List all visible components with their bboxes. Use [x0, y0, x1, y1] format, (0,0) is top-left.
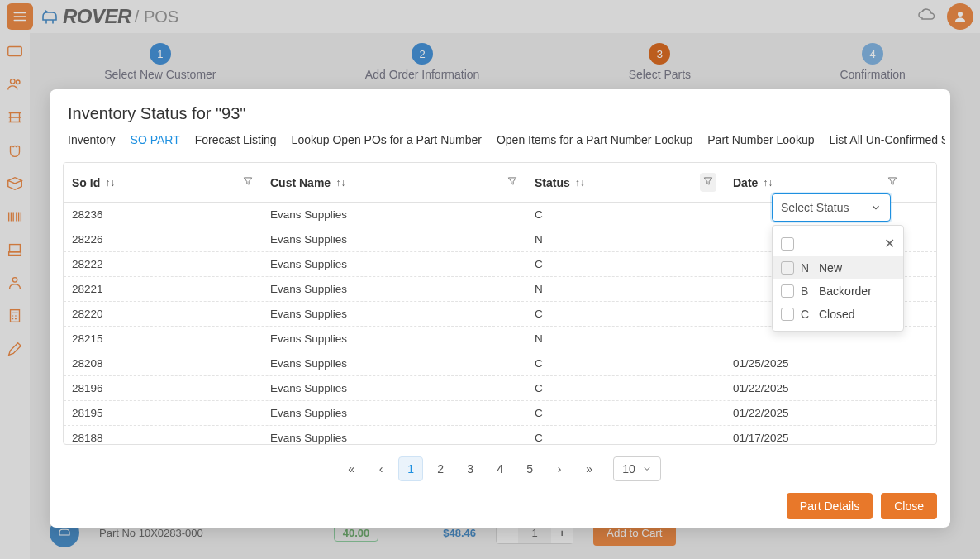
page-last-icon[interactable]: » [577, 456, 602, 481]
cell-cust: Evans Supplies [262, 227, 526, 251]
table-row[interactable]: 28208Evans SuppliesC01/25/2025 [64, 351, 936, 376]
cell-soid: 28196 [64, 376, 262, 400]
step-label: Select Parts [629, 68, 691, 81]
cloud-sync-icon[interactable] [917, 5, 937, 28]
tab-open-items-for-a-part-number-lookup[interactable]: Open Items for a Part Number Lookup [497, 133, 692, 155]
cell-cust: Evans Supplies [262, 351, 526, 375]
page-number[interactable]: 4 [488, 456, 512, 481]
page-number[interactable]: 1 [398, 456, 423, 481]
svg-rect-4 [10, 245, 21, 252]
topbar: ROVER / POS [0, 0, 980, 33]
part-details-button[interactable]: Part Details [787, 493, 873, 519]
status-label: Closed [819, 308, 855, 321]
step-number: 2 [412, 43, 433, 64]
status-option-c[interactable]: CClosed [773, 303, 903, 326]
page-prev-icon[interactable]: ‹ [369, 456, 393, 481]
table-row[interactable]: 28195Evans SuppliesC01/22/2025 [64, 401, 936, 426]
status-select-input[interactable]: Select Status [772, 194, 891, 222]
close-icon[interactable]: ✕ [884, 236, 895, 251]
pagination: « ‹ 12345 › » 10 [55, 445, 945, 488]
cell-status: C [526, 302, 725, 326]
status-code: N [801, 261, 812, 275]
sidebar-item-barcode-icon[interactable] [3, 205, 26, 228]
tab-list-all-un-confirmed-s[interactable]: List All Un-Confirmed S [829, 133, 945, 155]
sidebar-item-worker-icon[interactable] [3, 271, 26, 294]
checkbox-icon[interactable] [781, 261, 794, 275]
column-header-custname[interactable]: Cust Name ↑↓ [262, 163, 526, 202]
page-number[interactable]: 2 [428, 456, 453, 481]
cell-soid: 28208 [64, 351, 262, 375]
cell-status: C [526, 376, 725, 400]
checkbox-icon[interactable] [781, 284, 794, 298]
filter-icon[interactable] [507, 175, 518, 189]
cell-status: C [526, 351, 725, 375]
cell-status: C [526, 203, 725, 227]
svg-rect-5 [9, 252, 21, 256]
user-avatar[interactable] [947, 3, 973, 30]
cell-soid: 28222 [64, 252, 262, 276]
step[interactable]: 2Add Order Information [365, 43, 480, 81]
qty-value: 1 [518, 527, 551, 539]
status-label: New [819, 261, 842, 275]
sidebar-item-calculator-icon[interactable] [3, 304, 26, 327]
table-row[interactable]: 28196Evans SuppliesC01/22/2025 [64, 376, 936, 401]
step-number: 3 [649, 43, 670, 64]
tab-lookup-open-pos-for-a-part-number[interactable]: Lookup Open POs for a Part Number [292, 133, 482, 155]
stepper: 1Select New Customer2Add Order Informati… [30, 40, 980, 89]
filter-icon[interactable] [242, 175, 254, 189]
cell-status: N [526, 227, 725, 251]
sort-icon[interactable]: ↑↓ [575, 177, 585, 189]
sidebar-item-register-icon[interactable] [3, 238, 26, 261]
filter-icon[interactable] [887, 175, 898, 189]
part-number-label: Part No 10X0283-000 [99, 527, 203, 539]
column-header-status[interactable]: Status ↑↓ [526, 163, 725, 202]
checkbox-icon[interactable] [781, 308, 794, 321]
sidebar-item-box-icon[interactable] [3, 172, 26, 195]
cell-soid: 28188 [64, 426, 262, 445]
tab-so-part[interactable]: SO PART [131, 133, 180, 155]
step[interactable]: 1Select New Customer [104, 43, 216, 81]
cell-soid: 28221 [64, 277, 262, 301]
status-filter-dropdown: Select Status ✕ NNewBBackorderCClosed [772, 194, 891, 222]
sort-icon[interactable]: ↑↓ [105, 177, 115, 189]
filter-icon[interactable] [700, 173, 716, 192]
status-code: C [801, 308, 812, 321]
chevron-down-icon [642, 464, 652, 474]
step[interactable]: 3Select Parts [629, 43, 691, 81]
sidebar-item-shelf-icon[interactable] [3, 106, 26, 129]
close-button[interactable]: Close [881, 493, 937, 519]
page-number[interactable]: 3 [458, 456, 483, 481]
tab-inventory[interactable]: Inventory [68, 133, 116, 155]
cell-soid: 28220 [64, 302, 262, 326]
tab-forecast-listing[interactable]: Forecast Listing [195, 133, 277, 155]
sidebar-item-pencil-icon[interactable] [3, 337, 26, 361]
page-first-icon[interactable]: « [339, 456, 364, 481]
page-size-select[interactable]: 10 [613, 456, 661, 481]
svg-point-3 [16, 80, 20, 84]
sidebar-item-people-icon[interactable] [3, 73, 26, 96]
step[interactable]: 4Confirmation [840, 43, 905, 81]
cell-soid: 28226 [64, 227, 262, 251]
table-row[interactable]: 28188Evans SuppliesC01/17/2025 [64, 426, 936, 445]
cell-soid: 28195 [64, 401, 262, 425]
column-header-soid[interactable]: So Id ↑↓ [64, 163, 262, 202]
page-number[interactable]: 5 [517, 456, 542, 481]
sidebar-item-hand-icon[interactable] [3, 139, 26, 162]
svg-point-6 [12, 278, 17, 283]
step-number: 4 [862, 43, 883, 64]
brand-name: ROVER [63, 5, 131, 28]
sort-icon[interactable]: ↑↓ [335, 177, 345, 189]
sidebar-item-card-icon[interactable] [3, 40, 26, 63]
checkbox-icon[interactable] [781, 237, 794, 251]
status-select-all[interactable]: ✕ [773, 231, 903, 256]
step-number: 1 [150, 43, 171, 64]
modal-tabs: InventorySO PARTForecast ListingLookup O… [55, 133, 945, 155]
page-next-icon[interactable]: › [547, 456, 572, 481]
cell-cust: Evans Supplies [262, 203, 526, 227]
cell-cust: Evans Supplies [262, 327, 526, 351]
sort-icon[interactable]: ↑↓ [763, 177, 773, 189]
status-option-n[interactable]: NNew [773, 256, 903, 280]
tab-part-number-lookup[interactable]: Part Number Lookup [707, 133, 814, 155]
hamburger-menu[interactable] [7, 3, 33, 30]
status-option-b[interactable]: BBackorder [773, 280, 903, 303]
